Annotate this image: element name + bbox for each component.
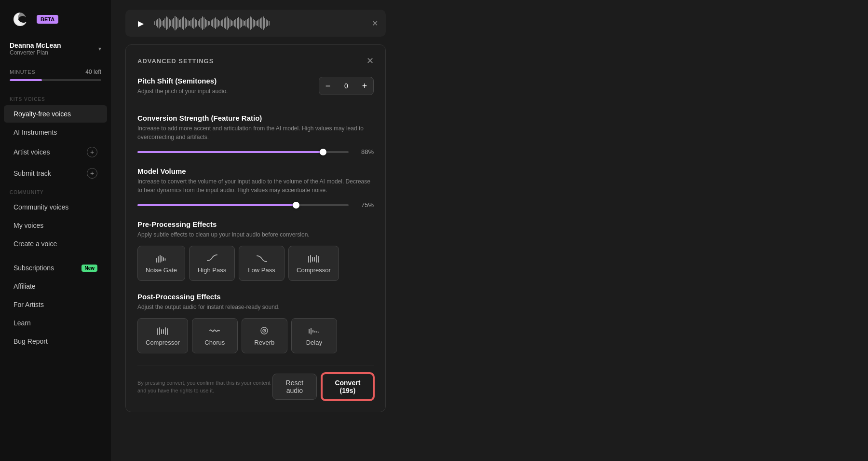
chorus-label: Chorus <box>204 339 225 346</box>
convert-button[interactable]: Convert (19s) <box>322 373 374 400</box>
waveform-bar <box>235 19 236 28</box>
waveform-bar <box>209 21 210 25</box>
sidebar-item-label: Create a voice <box>14 240 57 248</box>
waveform-bar <box>182 17 183 29</box>
conversion-strength-desc: Increase to add more accent and articula… <box>137 124 374 141</box>
pitch-shift-section: Pitch Shift (Semitones) Adjust the pitch… <box>137 77 374 102</box>
svg-rect-0 <box>156 258 157 263</box>
reverb-label: Reverb <box>254 339 274 346</box>
effect-compressor-pre-button[interactable]: Compressor <box>288 246 339 281</box>
waveform-bar <box>166 16 167 30</box>
sidebar-item-subscriptions[interactable]: Subscriptions New <box>4 259 107 277</box>
logo-icon <box>10 9 31 30</box>
play-button[interactable]: ▶ <box>133 15 149 31</box>
waveform-bar <box>188 20 189 26</box>
sidebar-item-ai-instruments[interactable]: AI Instruments <box>4 124 107 141</box>
waveform-bar <box>173 18 174 28</box>
sidebar-item-learn[interactable]: Learn <box>4 314 107 332</box>
waveform-bar <box>253 19 254 28</box>
waveform-bar <box>196 20 197 27</box>
sidebar: BETA Deanna McLean Converter Plan ▾ MINU… <box>0 0 111 461</box>
svg-rect-13 <box>159 327 160 335</box>
delay-label: Delay <box>306 339 322 346</box>
waveform-bar <box>206 20 207 27</box>
waveform-bar <box>267 20 268 26</box>
pitch-increment-button[interactable]: + <box>356 77 373 95</box>
sidebar-item-label: Royalty-free voices <box>14 110 71 118</box>
noise-gate-icon <box>156 253 167 264</box>
sidebar-item-my-voices[interactable]: My voices <box>4 217 107 234</box>
conversion-strength-value: 88% <box>354 148 374 155</box>
waveform-bar <box>154 21 155 25</box>
waveform-bar <box>227 16 228 30</box>
waveform-bar <box>170 20 171 26</box>
beta-badge: BETA <box>37 15 58 24</box>
sidebar-item-label: Submit track <box>14 169 51 177</box>
waveform-bar <box>238 17 239 29</box>
effect-noise-gate-button[interactable]: Noise Gate <box>137 246 185 281</box>
compressor-pre-label: Compressor <box>297 266 331 274</box>
effect-delay-button[interactable]: Delay <box>291 318 337 353</box>
waveform-bar <box>256 21 257 26</box>
svg-rect-9 <box>314 257 315 262</box>
close-settings-button[interactable]: ✕ <box>366 56 374 65</box>
noise-gate-label: Noise Gate <box>146 266 177 274</box>
sidebar-item-royalty-free[interactable]: Royalty-free voices <box>4 105 107 123</box>
svg-rect-11 <box>318 256 319 263</box>
waveform-bar <box>203 17 204 29</box>
model-volume-slider[interactable] <box>137 204 349 206</box>
waveform-bar <box>228 18 229 28</box>
close-player-button[interactable]: ✕ <box>372 19 378 28</box>
post-processing-title: Post-Processing Effects <box>137 293 374 301</box>
reverb-icon <box>258 325 270 336</box>
model-volume-desc: Increase to convert the volume of your i… <box>137 177 374 195</box>
model-volume-value: 75% <box>354 201 374 209</box>
main-content: ▶ ✕ ADVANCED SETTINGS ✕ Pitch Shift (Sem… <box>111 0 868 461</box>
effect-low-pass-button[interactable]: Low Pass <box>239 246 285 281</box>
model-volume-section: Model Volume Increase to convert the vol… <box>137 167 374 209</box>
waveform-bar <box>251 17 252 29</box>
waveform-bar <box>211 20 212 26</box>
sidebar-item-submit-track[interactable]: Submit track + <box>4 163 107 183</box>
sidebar-item-artist-voices[interactable]: Artist voices + <box>4 142 107 162</box>
sidebar-item-label: Affiliate <box>14 282 36 290</box>
waveform-bar <box>156 20 157 26</box>
waveform-bar <box>179 20 180 27</box>
effect-chorus-button[interactable]: Chorus <box>192 318 238 353</box>
sidebar-user[interactable]: Deanna McLean Converter Plan ▾ <box>0 37 111 64</box>
pitch-decrement-button[interactable]: − <box>319 77 337 95</box>
conversion-strength-fill <box>137 151 323 153</box>
advanced-settings-panel: ADVANCED SETTINGS ✕ Pitch Shift (Semiton… <box>125 44 386 412</box>
waveform-bar <box>234 20 235 27</box>
low-pass-label: Low Pass <box>248 266 275 274</box>
waveform-bar <box>193 17 194 29</box>
waveform-bar <box>190 20 191 27</box>
waveform-bar <box>201 18 202 28</box>
pitch-stepper: − 0 + <box>319 77 374 95</box>
pitch-shift-title: Pitch Shift (Semitones) <box>137 77 319 85</box>
waveform-display <box>154 14 366 32</box>
model-volume-fill <box>137 204 296 206</box>
sidebar-item-affiliate[interactable]: Affiliate <box>4 278 107 295</box>
sidebar-minutes: MINUTES 40 left <box>0 64 111 91</box>
waveform-bar <box>257 20 258 26</box>
sidebar-item-for-artists[interactable]: For Artists <box>4 296 107 313</box>
sidebar-item-bug-report[interactable]: Bug Report <box>4 333 107 350</box>
sidebar-item-community-voices[interactable]: Community voices <box>4 198 107 216</box>
sidebar-item-create-voice[interactable]: Create a voice <box>4 235 107 252</box>
waveform-bar <box>198 21 199 26</box>
settings-header: ADVANCED SETTINGS ✕ <box>137 56 374 65</box>
post-processing-desc: Adjust the output audio for instant rele… <box>137 303 374 311</box>
low-pass-icon <box>256 253 268 264</box>
reset-audio-button[interactable]: Reset audio <box>272 374 317 400</box>
effect-high-pass-button[interactable]: High Pass <box>189 246 235 281</box>
conversion-strength-slider[interactable] <box>137 151 349 153</box>
sidebar-item-label: Subscriptions <box>14 264 54 272</box>
effect-reverb-button[interactable]: Reverb <box>242 318 287 353</box>
waveform-bar <box>167 17 168 29</box>
waveform-bar <box>230 19 231 27</box>
audio-player: ▶ ✕ <box>125 10 386 37</box>
minutes-progress-bar <box>10 79 101 81</box>
svg-rect-23 <box>312 330 313 333</box>
effect-compressor-post-button[interactable]: Compressor <box>137 318 188 353</box>
